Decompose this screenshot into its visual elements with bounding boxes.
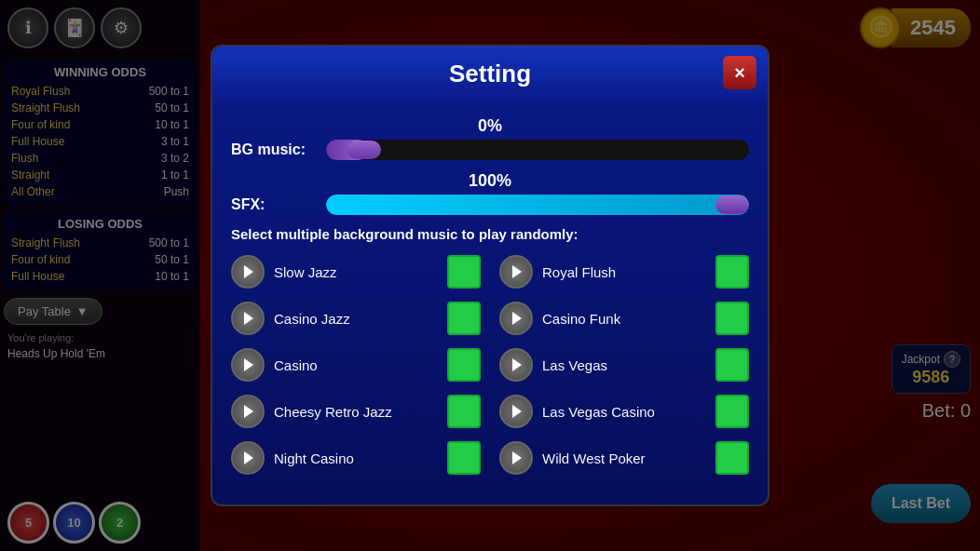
slow-jazz-label: Slow Jazz	[274, 264, 438, 280]
play-las-vegas-button[interactable]	[499, 348, 533, 382]
music-grid: Slow Jazz Royal Flush Casino Jazz	[231, 255, 749, 475]
play-casino-button[interactable]	[231, 348, 265, 382]
play-triangle-icon	[244, 451, 253, 464]
night-casino-label: Night Casino	[274, 450, 438, 466]
play-triangle-icon	[512, 312, 522, 325]
bg-music-section: 0% BG music:	[231, 116, 749, 160]
play-cheesy-retro-jazz-button[interactable]	[231, 395, 265, 428]
play-triangle-icon	[512, 405, 522, 418]
music-item-casino: Casino	[231, 348, 481, 382]
bg-music-label: BG music:	[231, 141, 315, 158]
modal-title: Setting	[449, 60, 531, 87]
casino-funk-label: Casino Funk	[542, 311, 706, 327]
cheesy-retro-jazz-label: Cheesy Retro Jazz	[274, 404, 438, 420]
play-casino-funk-button[interactable]	[499, 302, 533, 335]
play-royal-flush-button[interactable]	[499, 255, 533, 289]
sfx-percent: 100%	[231, 171, 749, 191]
music-item-casino-funk: Casino Funk	[499, 302, 749, 335]
royal-flush-label: Royal Flush	[542, 264, 706, 280]
las-vegas-label: Las Vegas	[542, 357, 706, 373]
music-item-royal-flush: Royal Flush	[499, 255, 749, 289]
sfx-label: SFX:	[231, 196, 315, 213]
play-triangle-icon	[512, 265, 522, 278]
play-triangle-icon	[244, 405, 253, 418]
night-casino-toggle[interactable]	[447, 441, 481, 475]
las-vegas-casino-label: Las Vegas Casino	[542, 404, 706, 420]
casino-funk-toggle[interactable]	[715, 302, 749, 335]
modal-close-button[interactable]: ×	[723, 56, 756, 89]
modal-body: 0% BG music: 100% SFX:	[212, 101, 768, 490]
music-item-cheesy-retro-jazz: Cheesy Retro Jazz	[231, 395, 481, 428]
music-item-night-casino: Night Casino	[231, 441, 481, 475]
play-triangle-icon	[244, 358, 253, 371]
bg-music-slider-track[interactable]	[326, 140, 749, 160]
sfx-slider-fill	[326, 195, 749, 215]
bg-music-percent: 0%	[231, 116, 749, 136]
las-vegas-toggle[interactable]	[715, 348, 749, 382]
las-vegas-casino-toggle[interactable]	[715, 395, 749, 428]
slow-jazz-toggle[interactable]	[447, 255, 481, 289]
music-item-casino-jazz: Casino Jazz	[231, 302, 481, 335]
music-item-las-vegas-casino: Las Vegas Casino	[499, 395, 749, 428]
music-item-slow-jazz: Slow Jazz	[231, 255, 481, 289]
sfx-slider-thumb[interactable]	[715, 195, 749, 214]
select-music-label: Select multiple background music to play…	[231, 226, 749, 242]
play-triangle-icon	[512, 358, 522, 371]
play-las-vegas-casino-button[interactable]	[499, 395, 533, 428]
casino-jazz-toggle[interactable]	[447, 302, 481, 335]
casino-label: Casino	[274, 357, 438, 373]
casino-jazz-label: Casino Jazz	[274, 311, 438, 327]
wild-west-poker-label: Wild West Poker	[542, 450, 706, 466]
sfx-slider-track[interactable]	[326, 195, 749, 215]
play-slow-jazz-button[interactable]	[231, 255, 265, 289]
play-wild-west-poker-button[interactable]	[499, 441, 533, 475]
bg-music-row: BG music:	[231, 140, 749, 160]
wild-west-poker-toggle[interactable]	[715, 441, 749, 475]
casino-toggle[interactable]	[447, 348, 481, 382]
music-item-las-vegas: Las Vegas	[499, 348, 749, 382]
sfx-section: 100% SFX:	[231, 171, 749, 215]
play-night-casino-button[interactable]	[231, 441, 265, 475]
modal-overlay: Setting × 0% BG music: 100% SFX:	[0, 0, 980, 551]
play-triangle-icon	[244, 312, 253, 325]
cheesy-retro-jazz-toggle[interactable]	[447, 395, 481, 428]
sfx-row: SFX:	[231, 195, 749, 215]
modal-header: Setting ×	[212, 47, 768, 101]
play-triangle-icon	[244, 265, 253, 278]
play-casino-jazz-button[interactable]	[231, 302, 265, 335]
music-item-wild-west-poker: Wild West Poker	[499, 441, 749, 475]
play-triangle-icon	[512, 451, 522, 464]
royal-flush-toggle[interactable]	[715, 255, 749, 289]
settings-modal: Setting × 0% BG music: 100% SFX:	[211, 45, 769, 506]
bg-music-slider-thumb[interactable]	[347, 141, 381, 159]
